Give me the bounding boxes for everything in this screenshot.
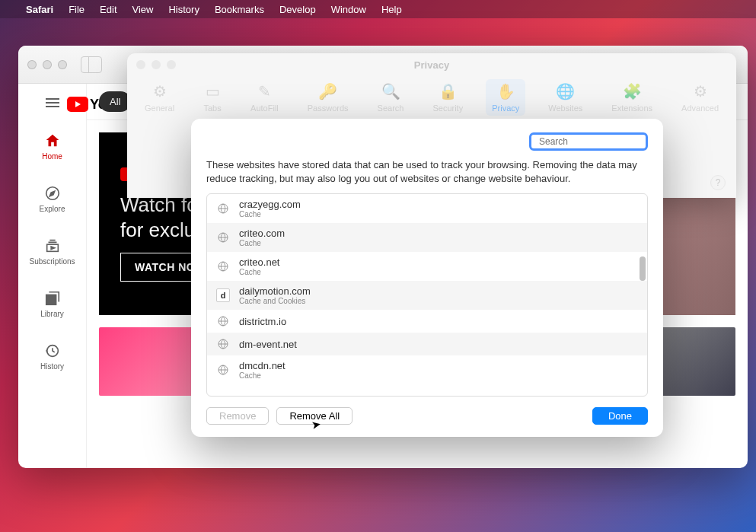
prefs-tab-security[interactable]: 🔒Security bbox=[426, 79, 469, 116]
sidebar-item-explore[interactable]: Explore bbox=[18, 180, 86, 218]
pencil-icon: ✎ bbox=[255, 82, 273, 100]
prefs-window-controls bbox=[136, 60, 176, 69]
search-icon: 🔍 bbox=[381, 82, 400, 100]
site-domain: dailymotion.com bbox=[239, 285, 311, 297]
prefs-tabs: ⚙General ▭Tabs ✎AutoFill 🔑Passwords 🔍Sea… bbox=[127, 76, 736, 122]
menu-file[interactable]: File bbox=[69, 4, 85, 15]
modal-footer: Remove Remove All Done bbox=[206, 397, 648, 425]
prefs-title: Privacy bbox=[414, 59, 449, 71]
menu-edit[interactable]: Edit bbox=[100, 4, 116, 15]
globe-icon bbox=[216, 231, 230, 244]
website-data-modal: These websites have stored data that can… bbox=[191, 119, 663, 437]
compass-icon bbox=[44, 185, 61, 202]
scrollbar-thumb[interactable] bbox=[640, 256, 646, 281]
menu-help[interactable]: Help bbox=[381, 4, 402, 15]
website-row[interactable]: crazyegg.comCache bbox=[207, 194, 647, 223]
site-storage-type: Cache bbox=[239, 210, 301, 218]
website-row[interactable]: ddailymotion.comCache and Cookies bbox=[207, 281, 647, 310]
menu-history[interactable]: History bbox=[168, 4, 199, 15]
prefs-tab-websites[interactable]: 🌐Websites bbox=[542, 79, 589, 116]
lock-icon: 🔒 bbox=[439, 82, 457, 100]
home-icon bbox=[44, 132, 61, 149]
prefs-tab-extensions[interactable]: 🧩Extensions bbox=[605, 79, 659, 116]
sidebar-item-history[interactable]: History bbox=[18, 338, 86, 375]
site-domain: dm-event.net bbox=[239, 339, 297, 350]
subscriptions-icon bbox=[44, 237, 61, 254]
modal-description: These websites have stored data that can… bbox=[206, 158, 648, 186]
gear-icon: ⚙ bbox=[151, 82, 169, 100]
sidebar-item-home[interactable]: Home bbox=[18, 128, 86, 165]
close-button[interactable] bbox=[136, 60, 145, 69]
site-domain: criteo.com bbox=[239, 228, 285, 239]
prefs-tab-passwords[interactable]: 🔑Passwords bbox=[301, 79, 355, 116]
prefs-tab-tabs[interactable]: ▭Tabs bbox=[197, 79, 228, 116]
window-controls bbox=[27, 60, 67, 69]
menu-bookmarks[interactable]: Bookmarks bbox=[215, 4, 264, 15]
youtube-sidebar: YouTub Home Explore Subscriptions Librar… bbox=[18, 84, 87, 468]
gears-icon: ⚙ bbox=[691, 82, 710, 100]
sidebar-toggle-icon[interactable] bbox=[81, 56, 102, 73]
library-icon bbox=[44, 290, 61, 307]
site-domain: dmcdn.net bbox=[239, 360, 285, 371]
globe-icon bbox=[216, 314, 230, 328]
site-storage-type: Cache and Cookies bbox=[239, 297, 311, 305]
globe-icon bbox=[216, 260, 230, 273]
site-storage-type: Cache bbox=[239, 268, 279, 276]
zoom-button[interactable] bbox=[167, 60, 176, 69]
search-field[interactable] bbox=[529, 132, 648, 151]
search-input[interactable] bbox=[539, 136, 653, 147]
site-domain: crazyegg.com bbox=[239, 199, 301, 210]
macos-menubar: Safari File Edit View History Bookmarks … bbox=[0, 0, 756, 18]
key-icon: 🔑 bbox=[319, 82, 337, 100]
help-button[interactable]: ? bbox=[710, 175, 726, 190]
website-list[interactable]: crazyegg.comCachecriteo.comCachecriteo.n… bbox=[206, 193, 648, 397]
prefs-tab-autofill[interactable]: ✎AutoFill bbox=[244, 79, 285, 116]
scrollbar[interactable] bbox=[636, 194, 647, 396]
site-favicon: d bbox=[216, 288, 230, 302]
history-icon bbox=[44, 342, 61, 359]
website-row[interactable]: dm-event.net bbox=[207, 333, 647, 355]
globe-icon bbox=[216, 363, 230, 377]
sidebar-item-subscriptions[interactable]: Subscriptions bbox=[18, 233, 86, 270]
remove-button[interactable]: Remove bbox=[206, 407, 269, 425]
site-storage-type: Cache bbox=[239, 371, 285, 380]
hand-icon: ✋ bbox=[496, 82, 515, 100]
minimize-button[interactable] bbox=[43, 60, 52, 69]
close-button[interactable] bbox=[27, 60, 37, 69]
menu-view[interactable]: View bbox=[132, 4, 154, 15]
menubar-app[interactable]: Safari bbox=[26, 4, 53, 15]
website-row[interactable]: criteo.comCache bbox=[207, 223, 647, 252]
remove-all-button[interactable]: Remove All bbox=[276, 407, 352, 425]
site-domain: districtm.io bbox=[239, 316, 286, 327]
done-button[interactable]: Done bbox=[592, 407, 648, 425]
prefs-titlebar: Privacy bbox=[127, 53, 736, 76]
globe-icon bbox=[216, 202, 230, 215]
prefs-tab-advanced[interactable]: ⚙Advanced bbox=[675, 79, 725, 116]
prefs-tab-search[interactable]: 🔍Search bbox=[372, 79, 410, 116]
website-row[interactable]: districtm.io bbox=[207, 310, 647, 333]
svg-rect-2 bbox=[46, 295, 56, 304]
menu-develop[interactable]: Develop bbox=[279, 4, 316, 15]
minimize-button[interactable] bbox=[152, 60, 161, 69]
hamburger-icon[interactable] bbox=[46, 96, 59, 110]
sidebar-item-library[interactable]: Library bbox=[18, 285, 86, 323]
tabs-icon: ▭ bbox=[203, 82, 222, 100]
site-domain: criteo.net bbox=[239, 256, 279, 268]
globe-icon: 🌐 bbox=[557, 82, 575, 100]
prefs-tab-privacy[interactable]: ✋Privacy bbox=[486, 79, 525, 116]
globe-icon bbox=[216, 337, 230, 351]
website-row[interactable]: criteo.netCache bbox=[207, 252, 647, 281]
website-row[interactable]: dmcdn.netCache bbox=[207, 355, 647, 384]
menu-window[interactable]: Window bbox=[331, 4, 366, 15]
site-storage-type: Cache bbox=[239, 239, 285, 247]
zoom-button[interactable] bbox=[58, 60, 67, 69]
puzzle-icon: 🧩 bbox=[623, 82, 641, 100]
prefs-tab-general[interactable]: ⚙General bbox=[139, 79, 180, 116]
